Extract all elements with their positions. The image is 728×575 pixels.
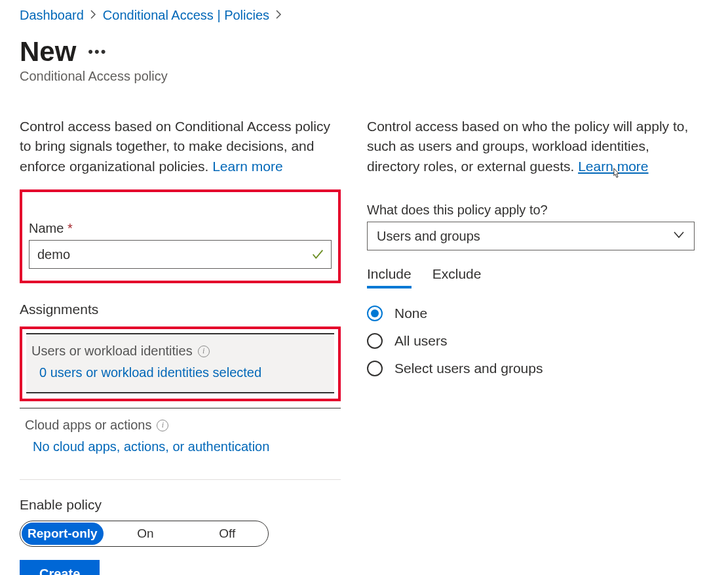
info-icon[interactable]: i [157,420,168,431]
apply-to-select[interactable]: Users and groups [367,222,695,250]
page-title: New [20,36,76,68]
radio-none-label: None [394,306,427,321]
users-row-title: Users or workload identities [31,344,193,359]
toggle-on[interactable]: On [105,523,187,545]
left-description: Control access based on Conditional Acce… [20,117,341,176]
policy-name-input[interactable] [29,240,332,269]
chevron-right-icon [90,10,96,21]
cloud-apps-row[interactable]: Cloud apps or actions i No cloud apps, a… [20,408,341,466]
tab-exclude[interactable]: Exclude [432,266,482,288]
radio-all-users-label: All users [394,333,448,349]
chevron-down-icon [673,229,685,244]
tab-include[interactable]: Include [367,266,412,288]
radio-select-users[interactable]: Select users and groups [367,361,695,376]
radio-all-users[interactable]: All users [367,333,695,349]
learn-more-link-right[interactable]: Learn more [578,159,648,174]
breadcrumb-dashboard[interactable]: Dashboard [20,8,84,23]
radio-none[interactable]: None [367,306,695,321]
chevron-right-icon [276,10,282,21]
users-selected-link[interactable]: 0 users or workload identities selected [31,365,329,380]
breadcrumb: Dashboard Conditional Access | Policies [20,8,708,23]
include-exclude-tabs: Include Exclude [367,266,695,288]
include-radio-group: None All users Select users and groups [367,306,695,376]
page-subtitle: Conditional Access policy [20,69,708,84]
enable-policy-toggle[interactable]: Report-only On Off [20,521,269,547]
assignments-heading: Assignments [20,302,341,317]
enable-policy-label: Enable policy [20,497,341,513]
right-description: Control access based on who the policy w… [367,117,695,176]
learn-more-link[interactable]: Learn more [212,159,282,174]
radio-select-users-label: Select users and groups [394,361,543,376]
checkmark-icon [311,247,325,262]
toggle-report-only[interactable]: Report-only [22,523,104,545]
users-row-highlight: Users or workload identities i 0 users o… [20,327,341,401]
name-field-highlight: Name [20,189,341,283]
create-button[interactable]: Create [20,560,100,575]
apply-to-value: Users and groups [377,229,480,244]
cloud-apps-link[interactable]: No cloud apps, actions, or authenticatio… [25,439,335,454]
users-or-workload-row[interactable]: Users or workload identities i 0 users o… [26,333,334,393]
more-actions-button[interactable]: ••• [88,43,107,60]
cloud-apps-title: Cloud apps or actions [25,418,151,433]
info-icon[interactable]: i [198,346,210,357]
toggle-off[interactable]: Off [186,523,268,545]
apply-to-label: What does this policy apply to? [367,203,695,218]
name-label: Name [29,221,332,236]
breadcrumb-conditional-access[interactable]: Conditional Access | Policies [103,8,269,23]
